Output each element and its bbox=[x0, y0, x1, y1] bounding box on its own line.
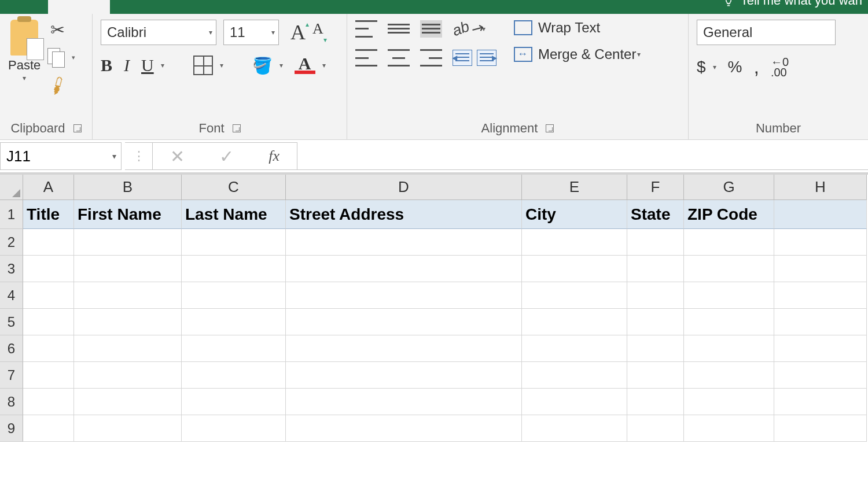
font-name-select[interactable]: Calibri▾ bbox=[101, 20, 216, 45]
cell-E1[interactable]: City bbox=[522, 200, 627, 229]
row-header-6[interactable]: 6 bbox=[0, 335, 23, 362]
bold-button[interactable]: B bbox=[101, 56, 112, 75]
cell-D4[interactable] bbox=[286, 282, 522, 309]
tab-page-layout[interactable]: Page Layout bbox=[170, 0, 269, 14]
cell-A9[interactable] bbox=[23, 415, 74, 442]
cell-E9[interactable] bbox=[522, 415, 627, 442]
align-right-button[interactable] bbox=[420, 49, 442, 66]
currency-button[interactable]: $ bbox=[697, 58, 706, 76]
clipboard-dialog-launcher[interactable] bbox=[73, 124, 82, 132]
decrease-indent-button[interactable] bbox=[453, 50, 472, 66]
cell-A3[interactable] bbox=[23, 256, 74, 282]
enter-formula-button[interactable]: ✓ bbox=[219, 146, 234, 167]
underline-button[interactable]: U bbox=[141, 56, 154, 75]
formula-input[interactable] bbox=[297, 142, 868, 170]
cell-C2[interactable] bbox=[182, 229, 286, 256]
cell-A5[interactable] bbox=[23, 309, 74, 335]
borders-dropdown-icon[interactable]: ▾ bbox=[220, 61, 223, 69]
cell-A2[interactable] bbox=[23, 229, 74, 256]
cell-C8[interactable] bbox=[182, 389, 286, 415]
cell-B4[interactable] bbox=[74, 282, 182, 309]
cell-A8[interactable] bbox=[23, 389, 74, 415]
cell-F5[interactable] bbox=[627, 309, 684, 335]
column-header-D[interactable]: D bbox=[286, 175, 522, 200]
cell-H1[interactable] bbox=[774, 200, 867, 229]
cell-C6[interactable] bbox=[182, 335, 286, 362]
cell-C4[interactable] bbox=[182, 282, 286, 309]
column-header-G[interactable]: G bbox=[684, 175, 774, 200]
cell-A7[interactable] bbox=[23, 362, 74, 389]
cell-H2[interactable] bbox=[774, 229, 867, 256]
cell-H3[interactable] bbox=[774, 256, 867, 282]
align-center-button[interactable] bbox=[388, 49, 410, 66]
cell-G7[interactable] bbox=[684, 362, 774, 389]
cell-E2[interactable] bbox=[522, 229, 627, 256]
cell-E7[interactable] bbox=[522, 362, 627, 389]
cell-G3[interactable] bbox=[684, 256, 774, 282]
comma-style-button[interactable]: , bbox=[753, 56, 759, 78]
align-left-button[interactable] bbox=[355, 49, 377, 66]
cell-B5[interactable] bbox=[74, 309, 182, 335]
wrap-text-button[interactable]: Wrap Text bbox=[514, 20, 641, 36]
increase-decimal-button[interactable]: ←0.00 bbox=[771, 57, 789, 77]
cell-G4[interactable] bbox=[684, 282, 774, 309]
cell-C5[interactable] bbox=[182, 309, 286, 335]
cell-A1[interactable]: Title bbox=[23, 200, 74, 229]
cell-G1[interactable]: ZIP Code bbox=[684, 200, 774, 229]
cell-B6[interactable] bbox=[74, 335, 182, 362]
tab-view[interactable]: View bbox=[474, 0, 529, 14]
row-header-2[interactable]: 2 bbox=[0, 229, 23, 256]
align-top-button[interactable] bbox=[355, 20, 377, 38]
cell-B8[interactable] bbox=[74, 389, 182, 415]
tab-home[interactable]: Home bbox=[48, 0, 110, 14]
align-middle-button[interactable] bbox=[388, 20, 410, 38]
tell-me-search[interactable]: Tell me what you wan bbox=[723, 0, 868, 14]
cell-D1[interactable]: Street Address bbox=[286, 200, 522, 229]
row-header-8[interactable]: 8 bbox=[0, 389, 23, 415]
increase-font-size-button[interactable]: A bbox=[290, 20, 306, 45]
copy-dropdown-icon[interactable]: ▾ bbox=[72, 54, 75, 61]
cell-C3[interactable] bbox=[182, 256, 286, 282]
fill-color-button[interactable]: 🪣 bbox=[252, 56, 273, 75]
cell-B7[interactable] bbox=[74, 362, 182, 389]
column-header-F[interactable]: F bbox=[627, 175, 684, 200]
cell-E3[interactable] bbox=[522, 256, 627, 282]
tab-file[interactable]: File bbox=[0, 0, 48, 14]
cell-H7[interactable] bbox=[774, 362, 867, 389]
column-header-A[interactable]: A bbox=[23, 175, 74, 200]
cell-G9[interactable] bbox=[684, 415, 774, 442]
cell-F6[interactable] bbox=[627, 335, 684, 362]
percent-button[interactable]: % bbox=[728, 58, 742, 76]
cell-B9[interactable] bbox=[74, 415, 182, 442]
cell-D3[interactable] bbox=[286, 256, 522, 282]
cell-B2[interactable] bbox=[74, 229, 182, 256]
cell-D7[interactable] bbox=[286, 362, 522, 389]
insert-function-button[interactable]: fx bbox=[269, 147, 279, 165]
cell-F8[interactable] bbox=[627, 389, 684, 415]
column-header-C[interactable]: C bbox=[182, 175, 286, 200]
font-color-dropdown-icon[interactable]: ▾ bbox=[322, 61, 326, 69]
borders-button[interactable] bbox=[193, 56, 213, 75]
cell-D2[interactable] bbox=[286, 229, 522, 256]
cell-H6[interactable] bbox=[774, 335, 867, 362]
cell-D9[interactable] bbox=[286, 415, 522, 442]
cell-A4[interactable] bbox=[23, 282, 74, 309]
row-header-7[interactable]: 7 bbox=[0, 362, 23, 389]
row-header-9[interactable]: 9 bbox=[0, 415, 23, 442]
tab-formulas[interactable]: Formulas bbox=[269, 0, 350, 14]
cell-G5[interactable] bbox=[684, 309, 774, 335]
name-box[interactable]: J11▾ bbox=[0, 142, 122, 170]
row-header-3[interactable]: 3 bbox=[0, 256, 23, 282]
italic-button[interactable]: I bbox=[124, 56, 130, 75]
increase-indent-button[interactable] bbox=[477, 50, 496, 66]
align-bottom-button[interactable] bbox=[420, 20, 442, 38]
font-dialog-launcher[interactable] bbox=[233, 124, 241, 132]
tab-data[interactable]: Data bbox=[350, 0, 404, 14]
cell-F1[interactable]: State bbox=[627, 200, 684, 229]
cell-H4[interactable] bbox=[774, 282, 867, 309]
cell-B1[interactable]: First Name bbox=[74, 200, 182, 229]
currency-dropdown-icon[interactable]: ▾ bbox=[713, 63, 716, 71]
cell-E6[interactable] bbox=[522, 335, 627, 362]
underline-dropdown-icon[interactable]: ▾ bbox=[161, 61, 164, 69]
cell-F4[interactable] bbox=[627, 282, 684, 309]
